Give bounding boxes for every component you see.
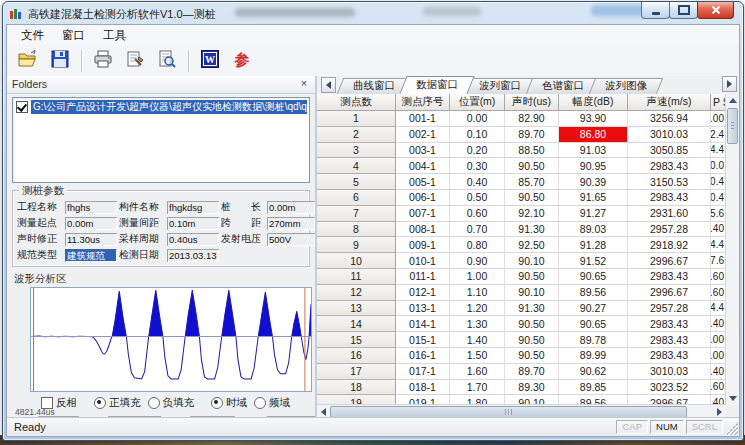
- scroll-up-button[interactable]: [726, 94, 739, 107]
- table-cell[interactable]: 012-1: [396, 285, 450, 301]
- table-cell[interactable]: 008-1: [396, 222, 450, 238]
- table-cell[interactable]: 016-1: [396, 348, 450, 364]
- row-header-cell[interactable]: 6: [317, 190, 396, 206]
- table-cell[interactable]: 89.03: [559, 222, 628, 238]
- table-row[interactable]: 1001-10.0082.9093.903256.940.00: [317, 111, 726, 127]
- table-cell[interactable]: 90.50: [505, 269, 559, 285]
- table-cell[interactable]: 2957.28: [628, 301, 711, 317]
- title-bar[interactable]: 高铁建混凝土检测分析软件V1.0—测桩: [3, 2, 743, 24]
- table-row[interactable]: 13013-11.2091.3090.272957.2814.4: [317, 301, 726, 317]
- table-cell[interactable]: 462.4: [711, 127, 726, 143]
- table-row[interactable]: 11011-11.0090.5090.652983.431.60: [317, 269, 726, 285]
- freq-domain-radio[interactable]: 频域: [254, 396, 290, 410]
- table-cell[interactable]: 89.56: [559, 285, 628, 301]
- table-cell[interactable]: 57.6: [711, 253, 726, 269]
- table-cell[interactable]: 90.50: [505, 158, 559, 174]
- tab-0[interactable]: 曲线窗口: [340, 78, 408, 94]
- table-row[interactable]: 9009-10.8092.5091.282918.9214.4: [317, 237, 726, 253]
- table-row[interactable]: 4004-10.3090.5090.952983.4340.0: [317, 158, 726, 174]
- minimize-button[interactable]: [641, 2, 670, 19]
- table-cell[interactable]: 25.6: [711, 206, 726, 222]
- table-cell[interactable]: 14.4: [711, 301, 726, 317]
- waveform-plot[interactable]: [30, 287, 312, 392]
- menu-item-tools[interactable]: 工具: [94, 26, 135, 45]
- panel-close-button[interactable]: ×: [297, 77, 311, 91]
- table-cell[interactable]: 009-1: [396, 237, 450, 253]
- table-cell[interactable]: 2983.43: [628, 158, 711, 174]
- table-row[interactable]: 3003-10.2088.5091.033050.8514.4: [317, 143, 726, 159]
- table-cell[interactable]: 91.03: [559, 143, 628, 159]
- row-header-cell[interactable]: 12: [317, 285, 396, 301]
- table-cell[interactable]: 14.4: [711, 143, 726, 159]
- menu-item-file[interactable]: 文件: [12, 26, 53, 45]
- table-row[interactable]: 7007-10.6092.1091.272931.6025.6: [317, 206, 726, 222]
- table-cell[interactable]: 90.65: [559, 269, 628, 285]
- table-cell[interactable]: 6.40: [711, 222, 726, 238]
- table-cell[interactable]: 3023.52: [628, 380, 711, 396]
- table-cell[interactable]: 1.30: [450, 316, 505, 332]
- table-cell[interactable]: 1.50: [450, 348, 505, 364]
- vertical-scroll-thumb[interactable]: [727, 108, 738, 144]
- tab-3[interactable]: 色谱窗口: [529, 78, 597, 94]
- row-header-cell[interactable]: 9: [317, 237, 396, 253]
- table-cell[interactable]: 018-1: [396, 380, 450, 396]
- table-cell[interactable]: 90.10: [505, 285, 559, 301]
- table-row[interactable]: 14014-11.3090.5090.652983.436.40: [317, 316, 726, 332]
- table-cell[interactable]: 1.60: [711, 269, 726, 285]
- table-cell[interactable]: 90.50: [505, 316, 559, 332]
- table-cell[interactable]: 0.00: [711, 332, 726, 348]
- table-cell[interactable]: 017-1: [396, 364, 450, 380]
- row-header-cell[interactable]: 3: [317, 143, 396, 159]
- table-cell[interactable]: 90.50: [505, 332, 559, 348]
- table-cell[interactable]: 011-1: [396, 269, 450, 285]
- row-header-cell[interactable]: 5: [317, 174, 396, 190]
- table-cell[interactable]: 6.40: [711, 364, 726, 380]
- table-cell[interactable]: 004-1: [396, 158, 450, 174]
- table-cell[interactable]: 0.50: [450, 190, 505, 206]
- table-row[interactable]: 17017-11.6089.7090.623010.036.40: [317, 364, 726, 380]
- table-cell[interactable]: 0.10: [450, 127, 505, 143]
- table-row[interactable]: 5005-10.4085.7090.393150.53230.4: [317, 174, 726, 190]
- table-cell[interactable]: 0.00: [711, 111, 726, 127]
- scroll-down-button[interactable]: [726, 392, 739, 405]
- row-header-cell[interactable]: 7: [317, 206, 396, 222]
- negative-fill-radio[interactable]: 负填充: [148, 396, 195, 410]
- table-cell[interactable]: 2996.67: [628, 285, 711, 301]
- table-cell[interactable]: 40.0: [711, 158, 726, 174]
- row-header-cell[interactable]: 8: [317, 222, 396, 238]
- row-header-cell[interactable]: 15: [317, 332, 396, 348]
- table-cell[interactable]: 3150.53: [628, 174, 711, 190]
- table-cell[interactable]: 0.30: [450, 158, 505, 174]
- table-cell[interactable]: 2983.43: [628, 348, 711, 364]
- table-cell[interactable]: 002-1: [396, 127, 450, 143]
- table-cell[interactable]: 1.20: [450, 301, 505, 317]
- table-cell[interactable]: 0.20: [450, 143, 505, 159]
- resize-grip[interactable]: [726, 423, 738, 435]
- table-cell[interactable]: 91.30: [505, 222, 559, 238]
- folder-list[interactable]: G:\公司产品设计开发\超声仪器\超声仪实地检测数据\测桩\qd\qd03\qd…: [12, 97, 310, 183]
- table-cell[interactable]: 3010.03: [628, 127, 711, 143]
- tab-scroll-right-button[interactable]: [722, 76, 737, 92]
- table-cell[interactable]: 2983.43: [628, 190, 711, 206]
- table-cell[interactable]: 90.27: [559, 301, 628, 317]
- tab-4[interactable]: 波列图像: [592, 78, 660, 94]
- print-setup-button[interactable]: [120, 48, 150, 74]
- row-header-cell[interactable]: 11: [317, 269, 396, 285]
- table-cell[interactable]: 003-1: [396, 143, 450, 159]
- table-cell[interactable]: 6.40: [711, 316, 726, 332]
- table-cell[interactable]: 2957.28: [628, 222, 711, 238]
- table-cell[interactable]: 85.70: [505, 174, 559, 190]
- row-header-cell[interactable]: 16: [317, 348, 396, 364]
- horizontal-scrollbar[interactable]: [317, 404, 726, 418]
- table-cell[interactable]: 89.99: [559, 348, 628, 364]
- folder-item[interactable]: G:\公司产品设计开发\超声仪器\超声仪实地检测数据\测桩\qd\qd03\qd…: [15, 100, 307, 114]
- table-cell[interactable]: 0.80: [450, 237, 505, 253]
- row-header-cell[interactable]: 10: [317, 253, 396, 269]
- table-cell[interactable]: 14.4: [711, 237, 726, 253]
- table-cell[interactable]: 013-1: [396, 301, 450, 317]
- table-cell[interactable]: 015-1: [396, 332, 450, 348]
- table-cell[interactable]: 90.39: [559, 174, 628, 190]
- table-row[interactable]: 6006-10.5090.5091.652983.43230.4: [317, 190, 726, 206]
- row-header-cell[interactable]: 18: [317, 380, 396, 396]
- table-cell[interactable]: 90.95: [559, 158, 628, 174]
